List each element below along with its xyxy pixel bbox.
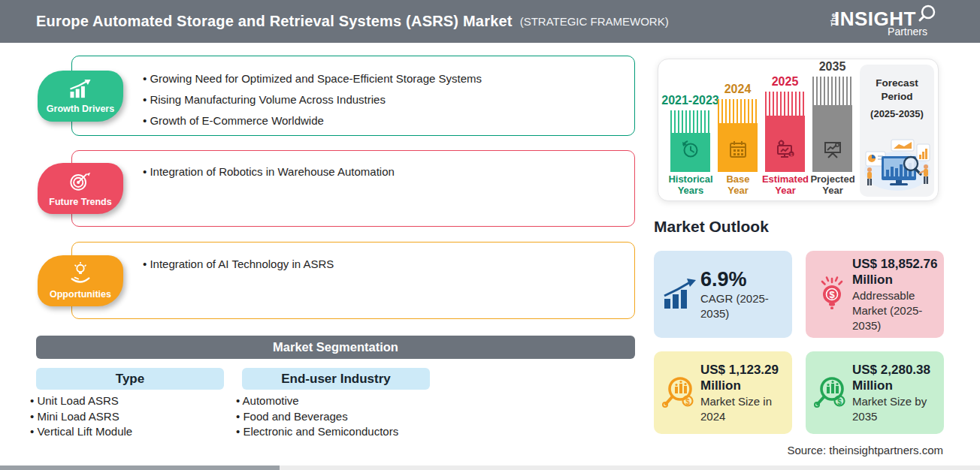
logo-partners-text: Partners: [888, 26, 927, 38]
horizontal-scrollbar-thumb[interactable]: [0, 465, 280, 470]
list-item: Vertical Lift Module: [30, 424, 132, 440]
market-outlook-title: Market Outlook: [654, 218, 769, 236]
list-item: Food and Beverages: [236, 409, 398, 425]
svg-text:$: $: [837, 398, 842, 406]
addressable-market-value: US$ 18,852.76 Million: [852, 256, 938, 288]
magnifier-chart-dollar-icon: $: [812, 375, 852, 410]
header-bar: Europe Automated Storage and Retrieval S…: [0, 0, 980, 43]
market-size-2024-label: Market Size in 2024: [700, 394, 786, 424]
opportunities-list: Integration of AI Technology in ASRS: [143, 256, 334, 277]
forecast-period-title: ForecastPeriod: [860, 77, 934, 104]
addressable-market-card: $ US$ 18,852.76 Million Addressable Mark…: [806, 251, 944, 338]
addressable-market-label: Addressable Market (2025-2035): [852, 288, 938, 333]
bar-stripes: [718, 99, 758, 123]
list-item: Integration of AI Technology in ASRS: [143, 256, 334, 272]
segment-header-end-user: End-user Industry: [242, 368, 430, 390]
forecast-period-range: (2025-2035): [860, 108, 934, 119]
list-item: Unit Load ASRS: [30, 393, 132, 409]
segment-header-type: Type: [36, 368, 224, 390]
timeline-card: 2021-2023 HistoricalYears 2024: [658, 59, 939, 201]
bulb-dollar-icon: $: [812, 276, 852, 313]
list-item: Mini Load ASRS: [30, 409, 132, 425]
list-item: Electronic and Semiconductors: [236, 424, 398, 440]
type-list: Unit Load ASRS Mini Load ASRS Vertical L…: [30, 393, 132, 440]
list-item: Growth of E-Commerce Worldwide: [143, 113, 482, 128]
list-item: Automotive: [236, 393, 398, 409]
year-label: 2025: [772, 75, 799, 89]
source-attribution: Source: theinsightpartners.com: [787, 444, 943, 456]
growth-arrow-chart-icon: [660, 278, 700, 311]
market-size-2035-card: $ US$ 2,280.38 Million Market Size by 20…: [806, 351, 944, 434]
year-label: 2035: [819, 60, 846, 74]
insight-partners-logo: The INSIGHT Partners: [828, 6, 941, 39]
list-item: Growing Need for Optimized and Space-Eff…: [143, 71, 482, 86]
magnifier-chart-dollar-icon: $: [660, 375, 700, 410]
analytics-illustration: [861, 135, 933, 194]
year-label: 2024: [724, 83, 752, 96]
bar-chart-growth-icon: [67, 79, 94, 102]
opportunities-badge: Opportunities: [38, 255, 123, 306]
svg-text:$: $: [685, 398, 690, 406]
projected-year-label: ProjectedYear: [803, 173, 863, 196]
svg-text:$: $: [829, 289, 835, 300]
cagr-value: 6.9%: [700, 268, 786, 291]
page-title: Europe Automated Storage and Retrieval S…: [36, 13, 513, 30]
bar-stripes: [670, 110, 710, 133]
forecast-period-panel: ForecastPeriod (2025-2035): [860, 65, 934, 197]
clock-history-icon: [680, 139, 701, 163]
opportunities-box: [71, 242, 635, 319]
presentation-screen-icon: [822, 139, 843, 163]
bar-stripes: [765, 92, 805, 116]
target-dart-icon: [68, 170, 93, 195]
market-size-2024-value: US$ 1,123.29 Million: [700, 362, 786, 393]
monitor-gear-icon: $: [775, 139, 796, 163]
cagr-card: 6.9% CAGR (2025-2035): [654, 251, 792, 338]
badge-label: Opportunities: [50, 289, 111, 300]
badge-label: Future Trends: [49, 197, 111, 207]
horizontal-scrollbar-track[interactable]: [0, 465, 980, 470]
list-item: Rising Manufacturing Volume Across Indus…: [143, 92, 482, 107]
segmentation-title: Market Segmentation: [273, 340, 398, 354]
historical-years-bar: 2021-2023: [670, 110, 710, 172]
future-trends-box: [71, 150, 635, 227]
badge-label: Growth Drivers: [47, 104, 114, 114]
cagr-label: CAGR (2025-2035): [700, 291, 786, 321]
market-segmentation-bar: Market Segmentation: [36, 336, 635, 359]
market-size-2024-card: $ US$ 1,123.29 Million Market Size in 20…: [654, 351, 792, 434]
bar-stripes: [812, 77, 852, 105]
projected-year-bar: 2035: [812, 77, 852, 172]
growth-drivers-badge: Growth Drivers: [38, 71, 123, 122]
end-user-list: Automotive Food and Beverages Electronic…: [236, 393, 398, 440]
market-size-2035-label: Market Size by 2035: [852, 394, 938, 424]
year-label: 2021-2023: [661, 94, 719, 107]
bulb-in-hand-icon: [68, 262, 93, 288]
future-trends-badge: Future Trends: [38, 163, 123, 214]
base-year-bar: 2024: [718, 99, 758, 172]
market-size-2035-value: US$ 2,280.38 Million: [852, 362, 938, 393]
future-trends-list: Integration of Robotics in Warehouse Aut…: [143, 164, 395, 185]
growth-drivers-list: Growing Need for Optimized and Space-Eff…: [143, 71, 482, 134]
calendar-icon: [727, 139, 749, 163]
page-subtitle: (STRATEGIC FRAMEWORK): [520, 15, 669, 28]
list-item: Integration of Robotics in Warehouse Aut…: [143, 164, 395, 179]
estimated-year-bar: 2025 $: [765, 92, 805, 172]
